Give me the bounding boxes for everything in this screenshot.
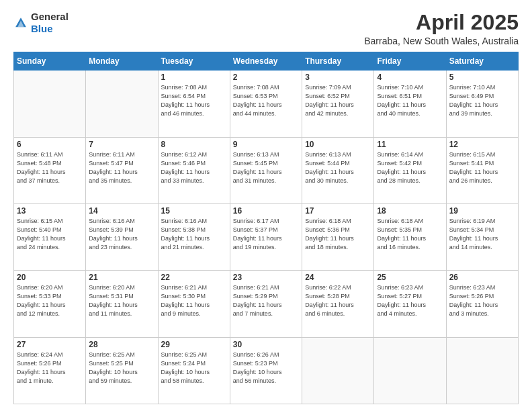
day-info: Sunrise: 6:13 AM Sunset: 5:45 PM Dayligh… bbox=[233, 150, 299, 185]
calendar-cell: 29Sunrise: 6:25 AM Sunset: 5:24 PM Dayli… bbox=[158, 337, 230, 404]
day-info: Sunrise: 6:18 AM Sunset: 5:35 PM Dayligh… bbox=[377, 217, 443, 252]
day-number: 22 bbox=[161, 273, 227, 282]
day-info: Sunrise: 7:10 AM Sunset: 6:49 PM Dayligh… bbox=[449, 83, 515, 118]
calendar-cell: 20Sunrise: 6:20 AM Sunset: 5:33 PM Dayli… bbox=[14, 271, 86, 337]
day-number: 25 bbox=[377, 273, 443, 282]
day-info: Sunrise: 6:20 AM Sunset: 5:31 PM Dayligh… bbox=[89, 283, 154, 318]
calendar-cell: 13Sunrise: 6:15 AM Sunset: 5:40 PM Dayli… bbox=[14, 203, 86, 270]
calendar-cell bbox=[14, 71, 86, 137]
weekday-sunday: Sunday bbox=[14, 52, 86, 71]
calendar-cell bbox=[446, 337, 518, 404]
day-number: 5 bbox=[449, 73, 515, 82]
day-number: 21 bbox=[89, 273, 154, 282]
day-number: 1 bbox=[161, 73, 227, 82]
calendar-cell: 10Sunrise: 6:13 AM Sunset: 5:44 PM Dayli… bbox=[302, 137, 374, 203]
day-number: 15 bbox=[161, 206, 227, 216]
day-info: Sunrise: 6:13 AM Sunset: 5:44 PM Dayligh… bbox=[305, 150, 371, 185]
calendar-cell: 22Sunrise: 6:21 AM Sunset: 5:30 PM Dayli… bbox=[158, 271, 230, 337]
logo-blue: Blue bbox=[31, 23, 53, 34]
day-number: 27 bbox=[17, 340, 83, 349]
day-number: 14 bbox=[89, 206, 154, 216]
day-number: 20 bbox=[17, 273, 83, 282]
calendar-cell: 9Sunrise: 6:13 AM Sunset: 5:45 PM Daylig… bbox=[230, 137, 302, 203]
calendar-cell: 15Sunrise: 6:16 AM Sunset: 5:38 PM Dayli… bbox=[158, 203, 230, 270]
calendar-cell: 2Sunrise: 7:08 AM Sunset: 6:53 PM Daylig… bbox=[230, 71, 302, 137]
calendar-cell: 4Sunrise: 7:10 AM Sunset: 6:51 PM Daylig… bbox=[374, 71, 446, 137]
day-info: Sunrise: 6:23 AM Sunset: 5:27 PM Dayligh… bbox=[377, 283, 443, 318]
calendar-cell: 27Sunrise: 6:24 AM Sunset: 5:26 PM Dayli… bbox=[14, 337, 86, 404]
header: General Blue April 2025 Barraba, New Sou… bbox=[13, 11, 519, 46]
weekday-tuesday: Tuesday bbox=[158, 52, 230, 71]
calendar-cell: 1Sunrise: 7:08 AM Sunset: 6:54 PM Daylig… bbox=[158, 71, 230, 137]
calendar-cell: 28Sunrise: 6:25 AM Sunset: 5:25 PM Dayli… bbox=[86, 337, 158, 404]
calendar-cell: 8Sunrise: 6:12 AM Sunset: 5:46 PM Daylig… bbox=[158, 137, 230, 203]
calendar-cell: 11Sunrise: 6:14 AM Sunset: 5:42 PM Dayli… bbox=[374, 137, 446, 203]
day-info: Sunrise: 7:10 AM Sunset: 6:51 PM Dayligh… bbox=[377, 83, 443, 118]
day-number: 24 bbox=[305, 273, 371, 282]
day-info: Sunrise: 6:18 AM Sunset: 5:36 PM Dayligh… bbox=[305, 217, 371, 252]
day-number: 11 bbox=[377, 140, 443, 149]
day-number: 3 bbox=[305, 73, 371, 82]
calendar-cell: 23Sunrise: 6:21 AM Sunset: 5:29 PM Dayli… bbox=[230, 271, 302, 337]
month-title: April 2025 bbox=[364, 11, 519, 34]
weekday-wednesday: Wednesday bbox=[230, 52, 302, 71]
day-info: Sunrise: 7:08 AM Sunset: 6:53 PM Dayligh… bbox=[233, 83, 299, 118]
day-info: Sunrise: 6:14 AM Sunset: 5:42 PM Dayligh… bbox=[377, 150, 443, 185]
day-info: Sunrise: 6:16 AM Sunset: 5:39 PM Dayligh… bbox=[89, 217, 154, 252]
day-info: Sunrise: 6:25 AM Sunset: 5:24 PM Dayligh… bbox=[161, 351, 227, 385]
calendar-cell: 3Sunrise: 7:09 AM Sunset: 6:52 PM Daylig… bbox=[302, 71, 374, 137]
calendar-cell: 26Sunrise: 6:23 AM Sunset: 5:26 PM Dayli… bbox=[446, 271, 518, 337]
week-row-3: 13Sunrise: 6:15 AM Sunset: 5:40 PM Dayli… bbox=[14, 203, 519, 270]
day-number: 8 bbox=[161, 140, 227, 149]
day-info: Sunrise: 6:15 AM Sunset: 5:40 PM Dayligh… bbox=[17, 217, 83, 252]
day-info: Sunrise: 6:12 AM Sunset: 5:46 PM Dayligh… bbox=[161, 150, 227, 185]
calendar-cell: 5Sunrise: 7:10 AM Sunset: 6:49 PM Daylig… bbox=[446, 71, 518, 137]
weekday-friday: Friday bbox=[374, 52, 446, 71]
day-number: 6 bbox=[17, 140, 83, 149]
calendar-cell: 21Sunrise: 6:20 AM Sunset: 5:31 PM Dayli… bbox=[86, 271, 158, 337]
day-info: Sunrise: 6:15 AM Sunset: 5:41 PM Dayligh… bbox=[449, 150, 515, 185]
day-info: Sunrise: 6:20 AM Sunset: 5:33 PM Dayligh… bbox=[17, 283, 83, 318]
calendar-cell: 30Sunrise: 6:26 AM Sunset: 5:23 PM Dayli… bbox=[230, 337, 302, 404]
weekday-thursday: Thursday bbox=[302, 52, 374, 71]
week-row-1: 1Sunrise: 7:08 AM Sunset: 6:54 PM Daylig… bbox=[14, 71, 519, 137]
day-info: Sunrise: 7:08 AM Sunset: 6:54 PM Dayligh… bbox=[161, 83, 227, 118]
day-info: Sunrise: 6:25 AM Sunset: 5:25 PM Dayligh… bbox=[89, 351, 154, 385]
day-info: Sunrise: 6:19 AM Sunset: 5:34 PM Dayligh… bbox=[449, 217, 515, 252]
day-number: 4 bbox=[377, 73, 443, 82]
day-number: 9 bbox=[233, 140, 299, 149]
weekday-saturday: Saturday bbox=[446, 52, 518, 71]
day-info: Sunrise: 6:26 AM Sunset: 5:23 PM Dayligh… bbox=[233, 351, 299, 385]
day-info: Sunrise: 6:24 AM Sunset: 5:26 PM Dayligh… bbox=[17, 351, 83, 385]
page: General Blue April 2025 Barraba, New Sou… bbox=[0, 0, 532, 411]
day-number: 18 bbox=[377, 206, 443, 216]
calendar-cell: 19Sunrise: 6:19 AM Sunset: 5:34 PM Dayli… bbox=[446, 203, 518, 270]
weekday-monday: Monday bbox=[86, 52, 158, 71]
day-number: 16 bbox=[233, 206, 299, 216]
week-row-5: 27Sunrise: 6:24 AM Sunset: 5:26 PM Dayli… bbox=[14, 337, 519, 404]
day-number: 30 bbox=[233, 340, 299, 349]
day-info: Sunrise: 6:23 AM Sunset: 5:26 PM Dayligh… bbox=[449, 283, 515, 318]
weekday-header-row: SundayMondayTuesdayWednesdayThursdayFrid… bbox=[14, 52, 519, 71]
logo-text: General Blue bbox=[31, 11, 69, 35]
day-info: Sunrise: 6:17 AM Sunset: 5:37 PM Dayligh… bbox=[233, 217, 299, 252]
day-number: 23 bbox=[233, 273, 299, 282]
calendar-cell: 25Sunrise: 6:23 AM Sunset: 5:27 PM Dayli… bbox=[374, 271, 446, 337]
day-info: Sunrise: 6:21 AM Sunset: 5:30 PM Dayligh… bbox=[161, 283, 227, 318]
day-number: 17 bbox=[305, 206, 371, 216]
week-row-4: 20Sunrise: 6:20 AM Sunset: 5:33 PM Dayli… bbox=[14, 271, 519, 337]
calendar-table: SundayMondayTuesdayWednesdayThursdayFrid… bbox=[13, 52, 519, 404]
day-number: 28 bbox=[89, 340, 154, 349]
day-info: Sunrise: 6:11 AM Sunset: 5:48 PM Dayligh… bbox=[17, 150, 83, 185]
day-info: Sunrise: 6:21 AM Sunset: 5:29 PM Dayligh… bbox=[233, 283, 299, 318]
calendar-cell: 7Sunrise: 6:11 AM Sunset: 5:47 PM Daylig… bbox=[86, 137, 158, 203]
calendar-cell bbox=[86, 71, 158, 137]
day-number: 7 bbox=[89, 140, 154, 149]
calendar-cell bbox=[302, 337, 374, 404]
day-info: Sunrise: 6:11 AM Sunset: 5:47 PM Dayligh… bbox=[89, 150, 154, 185]
day-number: 10 bbox=[305, 140, 371, 149]
day-number: 13 bbox=[17, 206, 83, 216]
logo-general: General bbox=[31, 11, 69, 22]
day-info: Sunrise: 6:22 AM Sunset: 5:28 PM Dayligh… bbox=[305, 283, 371, 318]
calendar-cell: 18Sunrise: 6:18 AM Sunset: 5:35 PM Dayli… bbox=[374, 203, 446, 270]
